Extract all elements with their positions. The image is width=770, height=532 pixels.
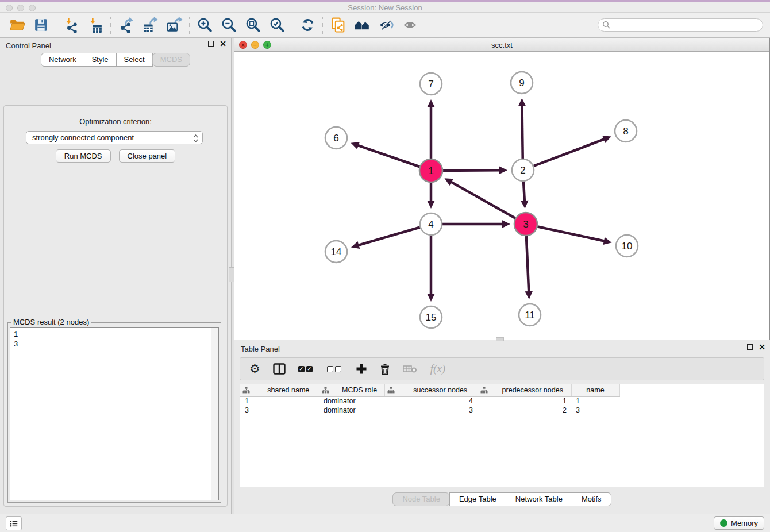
network-window: × − + scc.txt 7968124314101511: [234, 38, 770, 340]
graph-node-14[interactable]: 14: [325, 241, 347, 263]
home-networks-button[interactable]: [350, 14, 374, 36]
network-minimize-button[interactable]: −: [251, 41, 259, 49]
checked-box-icon: ✓: [298, 366, 305, 372]
run-mcds-button[interactable]: Run MCDS: [56, 149, 111, 163]
delete-column-button[interactable]: [403, 364, 418, 374]
show-panels-icon: [402, 17, 419, 33]
home-networks-icon: [354, 17, 371, 33]
column-header-shared-name[interactable]: shared name: [240, 384, 319, 396]
show-columns-button[interactable]: [273, 363, 286, 375]
columns-icon: [273, 363, 286, 375]
function-builder-button[interactable]: f(x): [430, 363, 445, 375]
column-header-successor-nodes[interactable]: successor nodes: [384, 384, 478, 396]
column-header-MCDS-role[interactable]: MCDS role: [319, 384, 384, 396]
import-table-button[interactable]: [83, 14, 107, 36]
column-header-predecessor-nodes[interactable]: predecessor nodes: [478, 384, 571, 396]
hide-panels-button[interactable]: [374, 14, 398, 36]
table-panel: Table Panel ✕ ⚙ ✓✓ f(x): [234, 341, 770, 514]
zoom-in-button[interactable]: [192, 14, 217, 36]
zoom-out-button[interactable]: [217, 14, 241, 36]
add-row-button[interactable]: [356, 363, 367, 375]
graph-edge-3-1[interactable]: [451, 182, 526, 224]
save-session-button[interactable]: [29, 14, 53, 36]
network-canvas[interactable]: 7968124314101511: [234, 52, 769, 340]
table-cell[interactable]: 4: [384, 396, 478, 406]
tab-node-table[interactable]: Node Table: [392, 492, 450, 506]
graph-node-8[interactable]: 8: [615, 120, 637, 142]
tab-edge-table[interactable]: Edge Table: [449, 492, 506, 506]
search-input[interactable]: [598, 18, 763, 32]
table-cell[interactable]: 1: [240, 396, 319, 406]
tab-select[interactable]: Select: [116, 53, 153, 67]
close-panel-icon[interactable]: ✕: [220, 41, 226, 47]
table-cell[interactable]: 3: [240, 406, 319, 415]
refresh-button[interactable]: [295, 14, 319, 36]
table-row[interactable]: 3dominator323: [240, 406, 764, 415]
memory-button[interactable]: Memory: [714, 516, 764, 530]
graph-edge-2-8[interactable]: [523, 139, 605, 170]
search-icon: [602, 21, 611, 32]
tab-mcds[interactable]: MCDS: [152, 53, 190, 67]
open-session-button[interactable]: [5, 14, 29, 36]
mcds-result-item[interactable]: 1: [14, 329, 218, 339]
graph-node-15[interactable]: 15: [420, 306, 442, 328]
zoom-in-icon: [197, 17, 213, 33]
zoom-selected-button[interactable]: [265, 14, 289, 36]
show-panels-button[interactable]: [398, 14, 422, 36]
table-cell[interactable]: 3: [384, 406, 478, 415]
tab-style[interactable]: Style: [84, 53, 117, 67]
tab-network-table[interactable]: Network Table: [506, 492, 572, 506]
task-history-button[interactable]: [6, 516, 22, 530]
graph-node-4[interactable]: 4: [420, 213, 442, 235]
import-table-icon: [87, 17, 104, 33]
close-table-panel-icon[interactable]: ✕: [759, 344, 765, 350]
delete-rows-button[interactable]: [380, 363, 390, 375]
deselect-all-button[interactable]: [327, 366, 343, 372]
graph-node-2[interactable]: 2: [512, 159, 534, 181]
graph-node-3[interactable]: 3: [514, 213, 537, 236]
network-close-button[interactable]: ×: [239, 41, 247, 49]
table-cell[interactable]: dominator: [319, 396, 384, 406]
tab-motifs[interactable]: Motifs: [572, 492, 611, 506]
table-cell[interactable]: 3: [571, 406, 619, 415]
gear-icon: ⚙: [249, 363, 260, 375]
float-table-panel-icon[interactable]: [747, 344, 753, 350]
column-header-name[interactable]: name: [571, 384, 619, 396]
graph-node-6[interactable]: 6: [325, 127, 347, 149]
graph-node-10[interactable]: 10: [616, 235, 638, 257]
table-cell[interactable]: 1: [571, 396, 619, 406]
hierarchy-icon: [387, 387, 395, 394]
graph-node-label: 6: [333, 133, 338, 144]
zoom-fit-button[interactable]: [241, 14, 265, 36]
graph-node-1[interactable]: 1: [419, 159, 442, 182]
result-scrollbar[interactable]: [211, 328, 218, 500]
float-panel-icon[interactable]: [208, 41, 214, 47]
graph-node-11[interactable]: 11: [519, 304, 541, 326]
close-panel-button[interactable]: Close panel: [119, 149, 176, 163]
tab-network[interactable]: Network: [41, 53, 84, 67]
mcds-result-item[interactable]: 3: [14, 339, 218, 349]
table-cell[interactable]: 2: [478, 406, 571, 415]
node-table-container: shared nameMCDS rolesuccessor nodesprede…: [240, 384, 764, 487]
export-table-button[interactable]: [138, 14, 162, 36]
graph-node-label: 2: [520, 165, 525, 176]
graph-node-7[interactable]: 7: [420, 73, 442, 95]
table-cell[interactable]: 1: [478, 396, 571, 406]
title-bar: Session: New Session: [0, 0, 770, 13]
select-all-button[interactable]: ✓✓: [298, 366, 314, 372]
export-network-button[interactable]: [114, 14, 138, 36]
table-cell[interactable]: dominator: [319, 406, 384, 415]
graph-edge-arrowhead: [351, 142, 360, 149]
control-panel-title: Control Panel: [6, 41, 51, 50]
new-network-from-selection-button[interactable]: [326, 14, 350, 36]
mcds-result-list[interactable]: 13: [10, 327, 219, 500]
import-network-button[interactable]: [59, 14, 83, 36]
graph-node-label: 9: [519, 78, 524, 88]
graph-node-9[interactable]: 9: [511, 72, 533, 94]
network-maximize-button[interactable]: +: [263, 41, 271, 49]
horizontal-splitter-grip[interactable]: [496, 337, 504, 341]
table-settings-button[interactable]: ⚙: [249, 363, 260, 375]
export-image-button[interactable]: [162, 14, 186, 36]
table-row[interactable]: 1dominator411: [240, 396, 764, 406]
criterion-select[interactable]: strongly connected component: [26, 131, 203, 144]
